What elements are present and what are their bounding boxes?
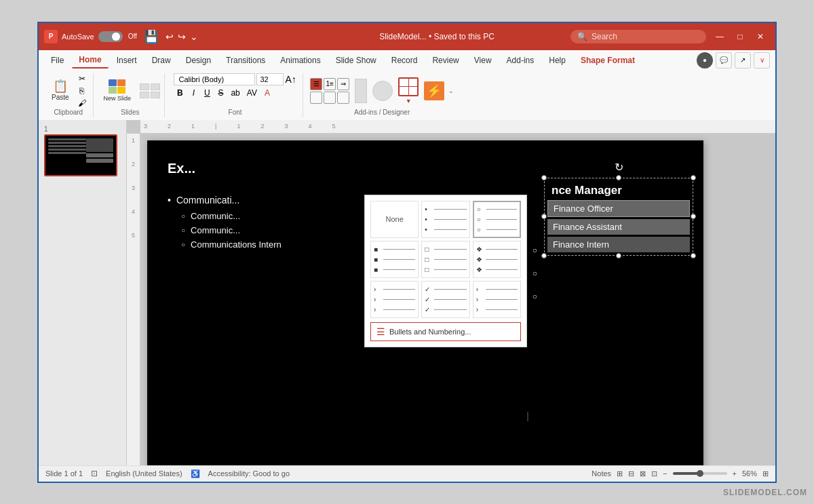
designer-icon-btn[interactable]: ⚡ bbox=[424, 81, 444, 100]
tab-transitions[interactable]: Transitions bbox=[219, 53, 272, 68]
fit-to-window-icon[interactable]: ⊡ bbox=[91, 469, 98, 478]
esq-line-3: □ bbox=[425, 266, 466, 273]
bullet-circle-option[interactable]: ○ ○ ○ bbox=[473, 201, 521, 238]
italic-btn[interactable]: I bbox=[187, 88, 199, 98]
cut-btn[interactable]: ✂ bbox=[75, 73, 89, 84]
presenter-view-btn[interactable]: ⊡ bbox=[651, 469, 657, 478]
tab-review[interactable]: Review bbox=[425, 53, 465, 68]
tab-help[interactable]: Help bbox=[542, 53, 573, 68]
font-color-btn[interactable]: A bbox=[261, 88, 273, 98]
handle-tr[interactable] bbox=[691, 175, 696, 180]
handle-tl[interactable] bbox=[541, 175, 547, 180]
tab-insert[interactable]: Insert bbox=[110, 53, 144, 68]
bullet-empty-square-option[interactable]: □ □ □ bbox=[421, 241, 469, 278]
maximize-button[interactable]: □ bbox=[731, 28, 750, 45]
thumb-bar-1 bbox=[86, 153, 113, 157]
bullet-dropdown-panel: None • • • bbox=[364, 195, 527, 347]
underline-btn[interactable]: U bbox=[201, 88, 213, 98]
bullet-dot-option[interactable]: • • • bbox=[421, 201, 469, 238]
bullet-arrow-option[interactable]: › › › bbox=[370, 281, 419, 318]
close-button[interactable]: ✕ bbox=[751, 28, 770, 45]
right-text-box: nce Manager Finance Officer Finance Assi… bbox=[544, 178, 693, 256]
grid-view-btn[interactable]: ⊟ bbox=[628, 469, 634, 478]
slide-title-area: Ex... bbox=[168, 161, 683, 176]
tab-addins[interactable]: Add-ins bbox=[500, 53, 541, 68]
bold-btn[interactable]: B bbox=[174, 88, 186, 98]
doc-title: SlideModel... • Saved to this PC bbox=[379, 32, 495, 41]
sub-circle-3: ○ bbox=[181, 241, 185, 248]
handle-ml[interactable] bbox=[541, 214, 547, 219]
align-center-btn[interactable] bbox=[324, 92, 336, 104]
handle-br[interactable] bbox=[691, 253, 696, 258]
layout-btn[interactable] bbox=[398, 77, 419, 96]
font-name-dropdown[interactable]: Calibri (Body) bbox=[174, 73, 255, 85]
tab-view[interactable]: View bbox=[467, 53, 499, 68]
align-left-btn[interactable] bbox=[310, 92, 322, 104]
format-painter-btn[interactable]: 🖌 bbox=[75, 98, 89, 109]
bullets-numbering-button[interactable]: ☰ Bullets and Numbering... bbox=[370, 322, 521, 341]
save-icon[interactable]: 💾 bbox=[144, 29, 159, 44]
bullet-diamond-option[interactable]: ❖ ❖ ❖ bbox=[473, 241, 521, 278]
bullet-none-option[interactable]: None bbox=[370, 201, 419, 238]
tab-slideshow[interactable]: Slide Show bbox=[329, 53, 383, 68]
tab-animations[interactable]: Animations bbox=[273, 53, 327, 68]
tab-file[interactable]: File bbox=[44, 53, 71, 68]
minus-zoom-btn[interactable]: − bbox=[663, 469, 667, 478]
indent-btn[interactable]: ⇒ bbox=[337, 78, 349, 90]
autosave-toggle[interactable] bbox=[98, 31, 123, 42]
increase-font-btn[interactable]: A↑ bbox=[285, 74, 296, 85]
slide-info: Slide 1 of 1 bbox=[45, 469, 83, 478]
reading-view-btn[interactable]: ⊠ bbox=[640, 469, 646, 478]
bullet-arrow2-option[interactable]: › › › bbox=[473, 281, 521, 318]
fit-slide-btn[interactable]: ⊞ bbox=[762, 469, 769, 478]
tab-home[interactable]: Home bbox=[72, 52, 108, 69]
plus-zoom-btn[interactable]: + bbox=[733, 469, 737, 478]
handle-tm[interactable] bbox=[616, 175, 621, 180]
collapse-ribbon-btn[interactable]: ∨ bbox=[754, 52, 770, 69]
minimize-button[interactable]: — bbox=[710, 28, 729, 45]
undo-icon[interactable]: ↩ bbox=[166, 31, 174, 42]
tab-record[interactable]: Record bbox=[385, 53, 425, 68]
handle-bm[interactable] bbox=[616, 253, 621, 258]
customize-icon[interactable]: ⌄ bbox=[190, 31, 198, 42]
slide-thumbnail[interactable] bbox=[44, 134, 117, 176]
tab-shape-format[interactable]: Shape Format bbox=[574, 53, 642, 68]
char-spacing-btn[interactable]: AV bbox=[244, 88, 260, 98]
zoom-slider[interactable] bbox=[673, 472, 727, 475]
bullets-btn[interactable]: ☰ bbox=[310, 78, 322, 90]
esq-line-2: □ bbox=[425, 256, 466, 263]
text-direction-btn[interactable] bbox=[355, 79, 367, 103]
paste-button[interactable]: 📋 Paste bbox=[48, 78, 73, 103]
new-slide-button[interactable]: New Slide bbox=[100, 77, 135, 104]
shadow-btn[interactable]: ab bbox=[228, 88, 242, 98]
circle-3: ○ bbox=[532, 292, 537, 301]
copy-btn[interactable]: ⎘ bbox=[75, 85, 89, 96]
comments-btn[interactable]: 💬 bbox=[716, 52, 732, 69]
more-btn[interactable]: ▼ bbox=[406, 98, 412, 104]
rotate-handle[interactable]: ↻ bbox=[615, 161, 623, 174]
strikethrough-btn[interactable]: S bbox=[214, 88, 227, 98]
handle-mr[interactable] bbox=[691, 214, 696, 219]
thumb-line-2 bbox=[48, 142, 86, 144]
thumb-left bbox=[48, 138, 86, 172]
line-spacing-btn[interactable] bbox=[337, 92, 349, 104]
bullet-check-option[interactable]: ✓ ✓ ✓ bbox=[421, 281, 469, 318]
bullet-filled-square-option[interactable]: ■ ■ ■ bbox=[370, 241, 419, 278]
search-bar[interactable]: 🔍 bbox=[570, 30, 706, 43]
slides-label: Slides bbox=[121, 109, 139, 117]
share-btn[interactable]: ↗ bbox=[735, 52, 751, 69]
record-btn[interactable]: ● bbox=[697, 52, 713, 69]
search-input[interactable] bbox=[592, 32, 686, 41]
normal-view-btn[interactable]: ⊞ bbox=[617, 469, 623, 478]
tab-draw[interactable]: Draw bbox=[145, 53, 178, 68]
handle-bl[interactable] bbox=[541, 253, 547, 258]
oval-shape-btn[interactable] bbox=[372, 81, 393, 101]
sub-text-3: Communications Intern bbox=[191, 239, 282, 250]
expand-btn[interactable]: ⌄ bbox=[448, 88, 454, 94]
accessibility-icon: ♿ bbox=[191, 469, 200, 478]
font-size-dropdown[interactable]: 32 bbox=[256, 73, 284, 85]
notes-button[interactable]: Notes bbox=[592, 469, 611, 478]
tab-design[interactable]: Design bbox=[179, 53, 218, 68]
numbering-btn[interactable]: 1≡ bbox=[324, 78, 336, 90]
redo-icon[interactable]: ↪ bbox=[178, 31, 186, 42]
